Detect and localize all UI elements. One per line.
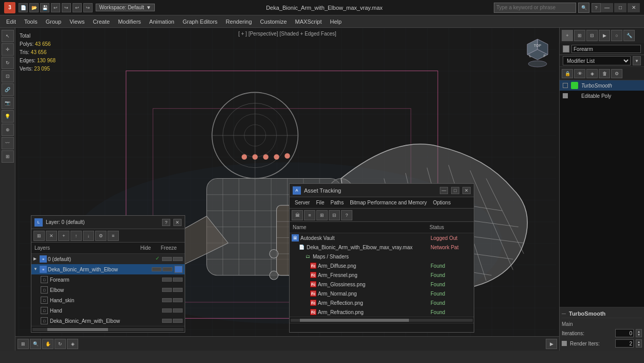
turbosmooth-modifier[interactable]: TurboSmooth	[560, 80, 644, 91]
asset-item[interactable]: Fc Arm_Fresnel.png Found	[290, 270, 474, 280]
workspace-selector[interactable]: Workspace: Default ▼	[96, 4, 155, 11]
help-btn[interactable]: ?	[592, 3, 601, 12]
menu-create[interactable]: Create	[88, 15, 114, 27]
menu-group[interactable]: Group	[42, 15, 66, 27]
editable-poly-modifier[interactable]: Editable Poly	[560, 91, 644, 101]
mod-visibility-checkbox[interactable]	[563, 83, 568, 88]
menu-help[interactable]: Help	[326, 15, 346, 27]
layer-item[interactable]: □ Deka_Bionic_Arm_with_Elbow	[31, 316, 185, 326]
object-color-swatch[interactable]	[563, 45, 569, 53]
menu-tools[interactable]: Tools	[20, 15, 42, 27]
redo-btn[interactable]: ↪	[62, 3, 71, 12]
layer-scrollbar-thumb[interactable]	[47, 328, 108, 331]
object-name-input[interactable]	[571, 45, 641, 53]
asset-item[interactable]: 🗂 Maps / Shaders	[290, 252, 474, 261]
layer-item[interactable]: ▶ ≡ 0 (default) ✓	[31, 254, 185, 264]
orbit-btn[interactable]: ↻	[55, 339, 66, 349]
mod-remove-btn[interactable]: 🗑	[599, 69, 610, 78]
rp-tab-hierarchy[interactable]: ⊟	[586, 30, 598, 41]
menu-rendering[interactable]: Rendering	[222, 15, 256, 27]
iterations-spinner[interactable]: ▲ ▼	[636, 329, 642, 337]
asset-item[interactable]: Fc Arm_Refraction.png Found	[290, 307, 474, 317]
space-warp-tool[interactable]: 〰	[2, 137, 14, 149]
asset-item[interactable]: Fc Arm_Glossiness.png Found	[290, 280, 474, 289]
layer-delete-btn[interactable]: ✕	[46, 231, 57, 241]
menu-graph-editors[interactable]: Graph Editors	[178, 15, 222, 27]
menu-views[interactable]: Views	[65, 15, 88, 27]
asset-panel-maximize[interactable]: □	[451, 187, 459, 194]
mod-lock-btn[interactable]: 🔒	[562, 69, 573, 78]
asset-list-btn[interactable]: ≡	[304, 210, 315, 220]
asset-panel-minimize[interactable]: —	[440, 187, 448, 194]
asset-item[interactable]: 🏛 Autodesk Vault Logged Out	[290, 233, 474, 243]
layer-expand-icon[interactable]: ▼	[33, 267, 39, 272]
zoom-btn[interactable]: 🔍	[30, 339, 41, 349]
undo2-btn[interactable]: ↩	[73, 3, 82, 12]
asset-panel-close[interactable]: ✕	[462, 187, 471, 194]
search-button[interactable]: 🔍	[578, 3, 589, 13]
layer-item[interactable]: □ Hand_skin	[31, 295, 185, 305]
layer-panel-help[interactable]: ?	[162, 219, 170, 226]
menu-maxscript[interactable]: MAXScript	[291, 15, 326, 27]
rp-tab-utilities[interactable]: 🔧	[623, 30, 635, 41]
light-tool[interactable]: 💡	[2, 110, 14, 123]
layer-move-down-btn[interactable]: ↓	[83, 231, 94, 241]
search-input[interactable]	[494, 3, 576, 13]
helper-tool[interactable]: ⊕	[2, 124, 14, 136]
save-btn[interactable]: 💾	[40, 3, 49, 12]
render-iters-checkbox[interactable]	[562, 341, 567, 346]
modifier-dropdown[interactable]: Modifier List	[563, 56, 631, 65]
modifier-tool[interactable]: ⊞	[2, 150, 14, 163]
move-tool[interactable]: ✛	[2, 43, 14, 56]
mod-make-unique-btn[interactable]: ◈	[586, 69, 598, 78]
asset-map-btn[interactable]: ⊟	[329, 210, 340, 220]
asset-item[interactable]: Fc Arm_Reflection.png Found	[290, 298, 474, 307]
menu-animation[interactable]: Animation	[145, 15, 178, 27]
layer-expand-icon[interactable]: ▶	[33, 256, 39, 262]
layer-move-btn[interactable]: ↑	[70, 231, 82, 241]
asset-item[interactable]: 📄 Deka_Bionic_Arm_with_Elbow_max_vray.ma…	[290, 243, 474, 252]
asset-item[interactable]: Fc Arm_Diffuse.png Found	[290, 261, 474, 270]
redo2-btn[interactable]: ↪	[83, 3, 93, 12]
modifier-dropdown-arrow[interactable]: ▼	[633, 56, 641, 65]
render-btn[interactable]: ▶	[546, 339, 557, 349]
field-of-view-btn[interactable]: ◈	[67, 339, 78, 349]
close-button[interactable]: ✕	[628, 3, 640, 12]
menu-modifiers[interactable]: Modifiers	[114, 15, 145, 27]
undo-btn[interactable]: ↩	[51, 3, 60, 12]
mod-config-btn[interactable]: ⚙	[611, 69, 622, 78]
layer-select-all-btn[interactable]: ⊞	[33, 231, 45, 241]
layer-extra-btn[interactable]: ≡	[108, 231, 119, 241]
asset-help-btn[interactable]: ?	[341, 210, 352, 220]
mod-show-result-btn[interactable]: 👁	[574, 69, 585, 78]
menu-customize[interactable]: Customize	[256, 15, 291, 27]
layer-panel-close[interactable]: ✕	[173, 219, 182, 226]
layer-settings-btn[interactable]: ⚙	[95, 231, 106, 241]
render-iters-input[interactable]	[615, 339, 634, 348]
rp-tab-display[interactable]: ○	[611, 30, 622, 41]
viewport[interactable]: [ + ] [Perspective] [Shaded + Edged Face…	[15, 28, 559, 351]
asset-grid-btn[interactable]: ⊞	[316, 210, 328, 220]
asset-scrollbar[interactable]	[290, 317, 474, 323]
asset-vault-btn[interactable]: 🏛	[292, 210, 303, 220]
layer-item[interactable]: □ Forearm	[31, 274, 185, 285]
rotate-tool[interactable]: ↻	[2, 57, 14, 69]
asset-item[interactable]: Fc Arm_Normal.png Found	[290, 289, 474, 298]
ts-collapse-icon[interactable]: —	[562, 311, 567, 316]
iterations-input[interactable]	[615, 329, 634, 337]
menu-edit[interactable]: Edit	[2, 15, 20, 27]
asset-menu-paths[interactable]: Paths	[328, 199, 347, 206]
rp-tab-modify[interactable]: ⊞	[574, 30, 585, 41]
scale-tool[interactable]: ⊡	[2, 70, 14, 82]
open-btn[interactable]: 📂	[29, 3, 39, 12]
zoom-extents-btn[interactable]: ⊠	[17, 339, 29, 349]
layer-add-btn[interactable]: +	[58, 231, 69, 241]
layer-item[interactable]: □ Elbow	[31, 285, 185, 295]
layer-item[interactable]: ▼ ≡ Deka_Bionic_Arm_with_Elbow	[31, 264, 185, 274]
asset-menu-bitmap-perf[interactable]: Bitmap Performance and Memory	[347, 199, 430, 206]
asset-menu-file[interactable]: File	[313, 199, 327, 206]
select-tool[interactable]: ↖	[2, 30, 14, 42]
pan-btn[interactable]: ✋	[42, 339, 53, 349]
rp-tab-create[interactable]: +	[562, 30, 573, 41]
new-btn[interactable]: 📄	[19, 3, 28, 12]
